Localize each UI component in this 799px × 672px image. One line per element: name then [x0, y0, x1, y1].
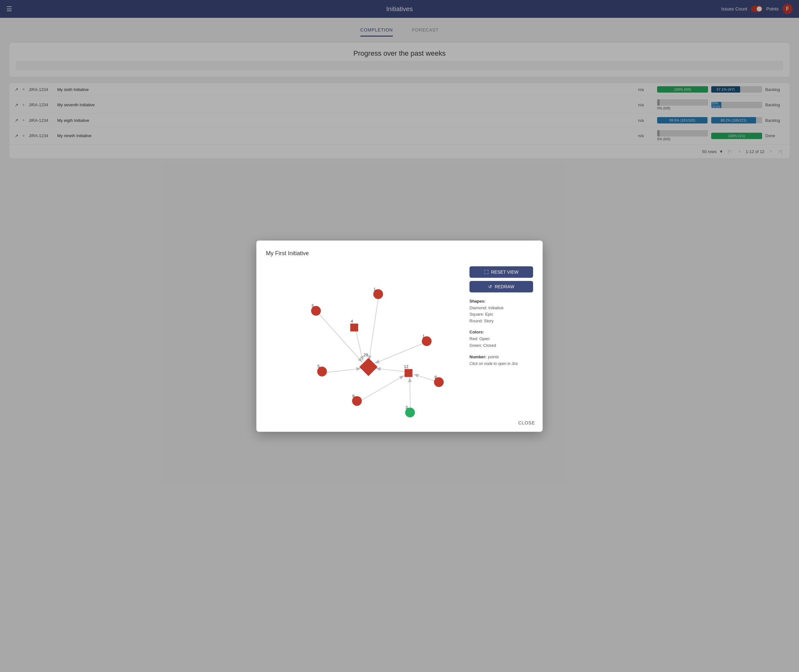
node-label-12: 12 [404, 365, 408, 369]
initiative-modal: My First Initiative [256, 240, 543, 432]
graph-svg[interactable]: 1 3 4 1 29 5 [266, 263, 463, 422]
modal-buttons: ⛶ RESET VIEW ↺ REDRAW [470, 266, 533, 293]
number-label: Number: [470, 354, 486, 359]
node-label-5: 5 [318, 364, 320, 369]
reset-view-button[interactable]: ⛶ RESET VIEW [470, 266, 533, 278]
reset-icon: ⛶ [484, 269, 489, 275]
node-label-29: 29 [364, 352, 368, 357]
redraw-button[interactable]: ↺ REDRAW [470, 281, 533, 293]
color-red: Red: Open [470, 336, 533, 342]
shape-round: Round: Story [470, 318, 533, 325]
modal-title: My First Initiative [266, 250, 533, 257]
shapes-legend: Shapes: Diamond: Initiative Square: Epic… [470, 299, 533, 325]
edge [319, 314, 362, 362]
node-label-8-bottom: 8 [352, 394, 355, 398]
node-label-8-right: 8 [435, 375, 437, 379]
colors-legend: Colors: Red: Open Green: Closed [470, 330, 533, 349]
edge [326, 368, 361, 372]
graph-svg-area[interactable]: 1 3 4 1 29 5 [266, 263, 463, 422]
node-square-4[interactable] [350, 323, 358, 331]
edge [361, 376, 404, 400]
number-legend: Number: points Click on node to open in … [470, 354, 533, 366]
shape-diamond: Diamond: Initiative [470, 305, 533, 312]
redraw-icon: ↺ [488, 284, 492, 289]
shape-square: Square: Epic [470, 311, 533, 318]
node-square-12[interactable] [404, 369, 412, 377]
modal-close-button[interactable]: CLOSE [518, 420, 535, 426]
click-hint: Click on node to open in Jira [470, 362, 518, 366]
number-value: points [488, 354, 499, 359]
node-label-3: 3 [312, 304, 313, 308]
edge [410, 377, 410, 408]
node-label-4: 4 [351, 319, 353, 323]
graph-legend: ⛶ RESET VIEW ↺ REDRAW Shapes: Diamond: I… [470, 263, 533, 422]
edge [376, 368, 404, 372]
node-label-1-right: 1 [422, 334, 425, 338]
colors-title: Colors: [470, 330, 533, 334]
edge [414, 374, 437, 381]
modal-overlay: My First Initiative [0, 0, 799, 672]
node-label-1-top: 1 [374, 287, 376, 291]
edge [374, 343, 425, 363]
node-diamond-29[interactable] [360, 358, 377, 376]
edge [369, 298, 378, 360]
node-label-3-green: 3 [406, 405, 408, 410]
graph-container: 1 3 4 1 29 5 [266, 263, 533, 422]
shapes-title: Shapes: [470, 299, 533, 304]
color-green: Green: Closed [470, 342, 533, 349]
